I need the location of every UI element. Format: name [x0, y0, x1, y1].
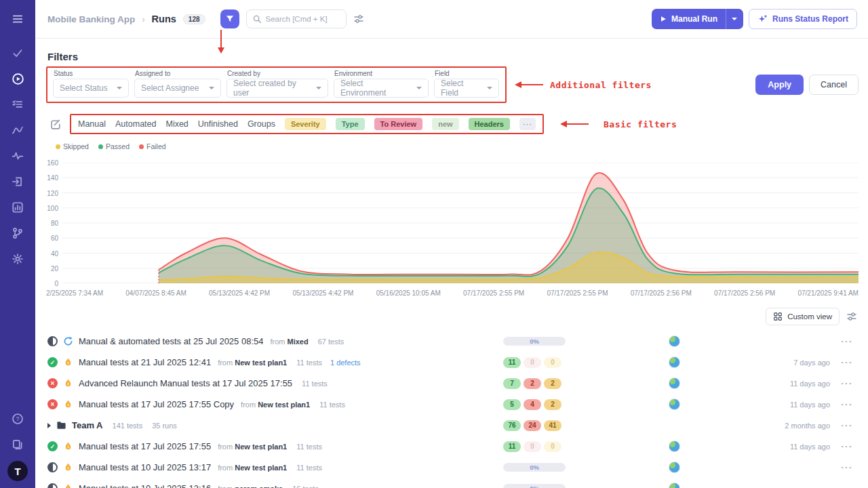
sidebar-item-menu[interactable]: [5, 7, 30, 31]
filter-select-assigned-to[interactable]: Select Assignee: [134, 79, 221, 98]
sidebar-item-import[interactable]: [5, 169, 30, 194]
y-tick-label: 60: [51, 235, 58, 242]
defects-link[interactable]: 1 defects: [330, 359, 361, 367]
run-tests-count: 11 tests: [319, 401, 345, 409]
chevron-down-icon: [316, 87, 321, 89]
custom-view-button[interactable]: Custom view: [766, 308, 840, 325]
tab-manual[interactable]: Manual: [78, 119, 106, 129]
x-tick-label: 04/07/2025 8:45 AM: [125, 289, 186, 297]
row-menu-button[interactable]: ···: [835, 483, 859, 488]
tab-mixed[interactable]: Mixed: [165, 119, 188, 129]
breadcrumb-project[interactable]: Mobile Banking App: [47, 14, 135, 24]
more-filters-button[interactable]: ···: [519, 118, 536, 130]
chip-severity[interactable]: Severity: [285, 118, 326, 130]
run-tests-count: 11 tests: [296, 359, 322, 367]
run-source: from Mixed: [270, 338, 308, 346]
chip-type[interactable]: Type: [336, 118, 365, 130]
filter-select-status[interactable]: Select Status: [53, 79, 129, 98]
filter-select-environment[interactable]: Select Environment: [334, 79, 429, 98]
row-menu-button[interactable]: ···: [835, 441, 859, 451]
manual-run-label: Manual Run: [671, 14, 717, 24]
apply-button[interactable]: Apply: [755, 75, 804, 95]
manual-run-dropdown-button[interactable]: [726, 9, 743, 29]
search-settings-icon[interactable]: [353, 14, 364, 24]
run-row[interactable]: Manual & automated tests at 25 Jul 2025 …: [46, 331, 859, 352]
filter-toggle-button[interactable]: [220, 9, 239, 28]
row-menu-button[interactable]: ···: [835, 420, 859, 430]
run-source: from New test plan1: [218, 443, 287, 451]
run-row[interactable]: Manual tests at 10 Jul 2025 13:16from pa…: [46, 478, 859, 488]
avatar: [669, 441, 680, 452]
y-tick-label: 100: [47, 205, 58, 212]
tab-unfinished[interactable]: Unfinished: [198, 119, 238, 129]
status-progress-icon: [47, 483, 58, 488]
avatar: [669, 483, 680, 488]
sidebar-item-docs[interactable]: [5, 432, 30, 457]
passed-count-badge: 5: [503, 399, 521, 410]
run-row[interactable]: ×Manual tests at 17 Jul 2025 17:55 Copyf…: [46, 394, 859, 415]
group-row[interactable]: Team A141 tests35 runs7624412 months ago…: [46, 415, 859, 436]
run-row[interactable]: ✓Manual tests at 21 Jul 2025 12:41from N…: [46, 352, 859, 373]
row-menu-button[interactable]: ···: [835, 357, 859, 367]
sidebar-item-reports[interactable]: [5, 195, 30, 220]
run-age: 11 days ago: [747, 401, 835, 409]
sidebar-item-pulse[interactable]: [5, 144, 30, 168]
cancel-button[interactable]: Cancel: [809, 75, 859, 95]
branch-icon: [12, 227, 24, 239]
progress-bar: 0%: [503, 337, 566, 346]
sidebar-item-runs[interactable]: [5, 66, 30, 91]
x-tick-label: 07/17/2025 2:56 PM: [714, 289, 775, 297]
chart-plot: [62, 163, 859, 283]
chip-to-review[interactable]: To Review: [374, 118, 423, 130]
select-placeholder: Select Field: [441, 79, 481, 98]
sidebar-item-settings[interactable]: [5, 247, 30, 271]
runs-area-chart: 160140120100806040200 2/25/2025 7:34 AM0…: [46, 156, 859, 301]
run-title: Manual tests at 17 Jul 2025 17:55: [79, 441, 211, 451]
result-badges: 542: [503, 399, 557, 410]
filter-select-field[interactable]: Select Field: [434, 79, 499, 98]
filter-select-created-by[interactable]: Select created by user: [226, 79, 328, 98]
x-tick-label: 07/17/2025 2:56 PM: [631, 289, 692, 297]
run-source: from New test plan1: [218, 359, 287, 367]
sidebar-item-suites[interactable]: [5, 92, 30, 117]
runs-status-report-label: Runs Status Report: [772, 14, 848, 24]
status-passed-icon: ✓: [47, 441, 58, 451]
progress-bar: 0%: [503, 484, 566, 488]
sidebar-item-help[interactable]: ?: [5, 407, 30, 431]
chevron-down-icon: [209, 87, 214, 89]
topbar: Mobile Banking App › Runs 128 Manual Run: [35, 0, 868, 39]
filter-field-assigned-to: Assigned toSelect Assignee: [134, 70, 221, 98]
expand-chevron-icon[interactable]: [47, 423, 51, 428]
sidebar-item-branches[interactable]: [5, 221, 30, 245]
search-box[interactable]: [246, 9, 347, 28]
runs-status-report-button[interactable]: Runs Status Report: [749, 9, 857, 29]
view-settings-icon[interactable]: [846, 311, 857, 322]
run-title: Manual & automated tests at 25 Jul 2025 …: [79, 336, 263, 346]
chip-headers[interactable]: Headers: [469, 118, 510, 130]
result-badges: 1100: [503, 441, 557, 452]
row-menu-button[interactable]: ···: [835, 399, 859, 409]
sidebar-item-analytics[interactable]: [5, 118, 30, 142]
additional-filters-annotation-box: StatusSelect StatusAssigned toSelect Ass…: [46, 66, 507, 103]
tab-automated[interactable]: Automated: [115, 119, 156, 129]
spark-icon: [63, 462, 73, 472]
compose-icon[interactable]: [50, 119, 62, 130]
run-row[interactable]: ×Advanced Relaunch Manual tests at 17 Ju…: [46, 373, 859, 394]
status-progress-icon: [47, 462, 58, 472]
x-tick-label: 07/17/2025 2:55 PM: [547, 289, 608, 297]
run-row[interactable]: ✓Manual tests at 17 Jul 2025 17:55from N…: [46, 436, 859, 457]
tab-groups[interactable]: Groups: [248, 119, 275, 129]
breadcrumb-page: Runs: [152, 14, 176, 24]
sidebar-item-tasks[interactable]: [5, 41, 30, 65]
run-row[interactable]: Manual tests at 10 Jul 2025 13:17from Ne…: [46, 457, 859, 478]
manual-run-button[interactable]: Manual Run: [652, 9, 726, 29]
app-logo[interactable]: T: [7, 461, 28, 481]
y-tick-label: 160: [47, 159, 58, 167]
search-input[interactable]: [266, 15, 340, 23]
chip-new[interactable]: new: [432, 118, 458, 130]
row-menu-button[interactable]: ···: [835, 462, 859, 472]
legend-dot-icon: [139, 144, 144, 149]
row-menu-button[interactable]: ···: [835, 378, 859, 388]
row-menu-button[interactable]: ···: [835, 336, 859, 346]
spark-icon: [63, 483, 73, 488]
